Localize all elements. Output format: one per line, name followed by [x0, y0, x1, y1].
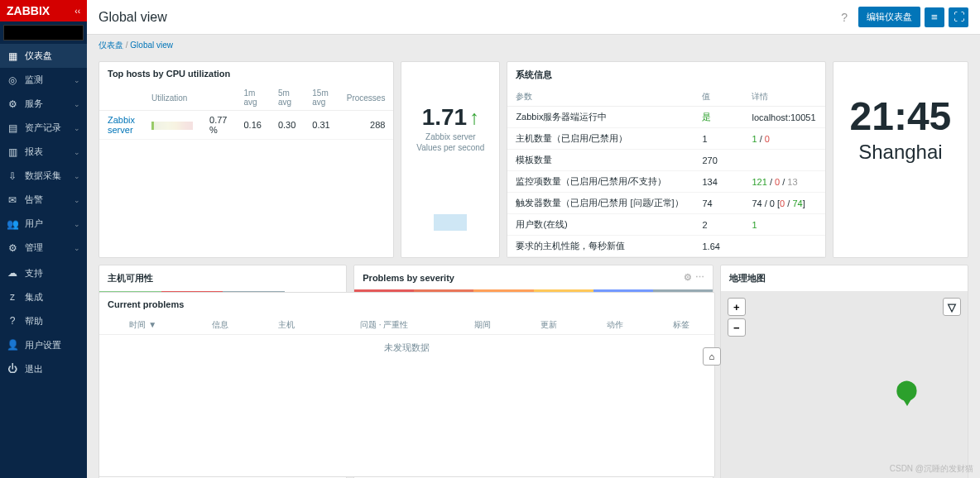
edit-dashboard-button[interactable]: 编辑仪表盘: [858, 7, 920, 27]
table-row: Zabbix server0.77 %0.160.300.31288: [99, 111, 393, 140]
col-header[interactable]: 信息: [187, 316, 253, 335]
nav-管理[interactable]: ⚙管理⌄: [0, 236, 87, 260]
availability-title: 主机可用性: [99, 265, 346, 291]
chevron-down-icon: ⌄: [74, 220, 80, 228]
gear-icon[interactable]: ⚙: [684, 272, 692, 283]
chevron-down-icon: ⌄: [74, 148, 80, 156]
nav-icon: ☁: [7, 267, 18, 279]
nav-集成[interactable]: z集成: [0, 285, 87, 309]
breadcrumb: 仪表盘 / Global view: [87, 35, 980, 56]
nav-支持[interactable]: ☁支持: [0, 261, 87, 285]
watermark: CSDN @沉睡的发财猫: [890, 463, 973, 475]
chevron-down-icon: ⌄: [74, 124, 80, 132]
vps-sub2: Values per second: [416, 143, 484, 152]
nav-icon: ?: [7, 315, 18, 327]
fullscreen-icon[interactable]: ⛶: [949, 7, 968, 27]
crumb-dashboards[interactable]: 仪表盘: [98, 41, 123, 50]
host-link[interactable]: Zabbix server: [108, 115, 135, 135]
nav-帮助[interactable]: ?帮助: [0, 309, 87, 333]
chevron-down-icon: ⌄: [74, 100, 80, 108]
top-hosts-card: Top hosts by CPU utilization Utilization…: [98, 61, 394, 258]
nav-报表[interactable]: ▥报表⌄: [0, 140, 87, 164]
main: Global view ? 编辑仪表盘 ≡ ⛶ 仪表盘 / Global vie…: [87, 0, 980, 478]
col-header[interactable]: 主机: [253, 316, 319, 335]
nav-icon: ▤: [7, 122, 18, 134]
table-row: 监控项数量（已启用/已禁用/不支持）134121 / 0 / 13: [507, 171, 824, 193]
vps-sub1: Zabbix server: [425, 132, 476, 141]
nav-退出[interactable]: ⏻退出: [0, 357, 87, 381]
collapse-icon[interactable]: ‹‹: [74, 7, 80, 16]
search-input[interactable]: [3, 25, 84, 41]
table-row: 触发器数量（已启用/已禁用 [问题/正常]）7474 / 0 [0 / 74]: [507, 193, 824, 214]
help-icon[interactable]: ?: [841, 11, 848, 24]
nav-icon: 👤: [7, 339, 18, 351]
clock-card: 21:45 Shanghai: [833, 61, 968, 258]
top-hosts-table: Utilization1m avg5m avg15m avgProcesses …: [99, 85, 393, 140]
problems-table: 时间 ▼信息主机问题 · 严重性期间更新动作标签: [99, 316, 714, 335]
nav-告警[interactable]: ✉告警⌄: [0, 188, 87, 212]
filter-icon[interactable]: ▽: [943, 298, 961, 316]
nav-数据采集[interactable]: ⇩数据采集⌄: [0, 164, 87, 188]
nav-icon: ▥: [7, 146, 18, 158]
vps-card: 1.71 ↑ Zabbix server Values per second: [401, 61, 500, 258]
logo-text: ZABBIX: [7, 4, 50, 17]
nav-icon: ⚙: [7, 98, 18, 110]
nav-服务[interactable]: ⚙服务⌄: [0, 92, 87, 116]
sysinfo-card: 系统信息 参数值详情 Zabbix服务器端运行中是localhost:10051…: [507, 61, 825, 258]
util-bar: [151, 122, 193, 130]
list-icon[interactable]: ≡: [925, 7, 944, 27]
chevron-down-icon: ⌄: [74, 76, 80, 84]
nav-icon: z: [7, 291, 18, 303]
sidebar: ZABBIX ‹‹ ▦仪表盘◎监测⌄⚙服务⌄▤资产记录⌄▥报表⌄⇩数据采集⌄✉告…: [0, 0, 87, 478]
col-header[interactable]: 标签: [648, 316, 714, 335]
nav-用户设置[interactable]: 👤用户设置: [0, 333, 87, 357]
clock-time: 21:45: [850, 93, 952, 139]
search-box: [0, 22, 87, 44]
map[interactable]: + − ⌂ ▽ ⬤ Leaflet | © OpenStreetMap cont…: [721, 291, 968, 478]
problems-title: Current problems: [99, 293, 714, 316]
nav-icon: ⇩: [7, 170, 18, 182]
chevron-down-icon: ⌄: [74, 172, 80, 180]
chevron-down-icon: ⌄: [74, 244, 80, 252]
spark-chart: [434, 198, 467, 231]
nav-icon: ✉: [7, 194, 18, 206]
map-pin-icon[interactable]: ⬤: [896, 378, 918, 406]
sysinfo-title: 系统信息: [507, 62, 824, 88]
geomap-card: 地理地图 + − ⌂ ▽ ⬤ Leaflet | © OpenStreetMap…: [720, 265, 968, 478]
nav-用户[interactable]: 👥用户⌄: [0, 212, 87, 236]
sysinfo-table: 参数值详情 Zabbix服务器端运行中是localhost:10051主机数量（…: [507, 88, 824, 257]
table-row: 模板数量270: [507, 150, 824, 171]
table-row: 主机数量（已启用/已禁用）11 / 0: [507, 128, 824, 150]
zoom-in-button[interactable]: +: [728, 298, 746, 316]
table-row: 要求的主机性能，每秒新值1.64: [507, 236, 824, 257]
crumb-current[interactable]: Global view: [130, 41, 173, 50]
zoom-out-button[interactable]: −: [728, 318, 746, 337]
nav-仪表盘[interactable]: ▦仪表盘: [0, 44, 87, 68]
severity-title: Problems by severity ⚙ ⋯: [354, 265, 712, 289]
chevron-down-icon: ⌄: [74, 196, 80, 204]
home-icon[interactable]: ⌂: [703, 347, 721, 366]
vps-value: 1.71: [422, 104, 468, 131]
no-data-text: 未发现数据: [99, 335, 714, 361]
col-header[interactable]: 问题 · 严重性: [319, 316, 449, 335]
top-hosts-title: Top hosts by CPU utilization: [99, 62, 393, 85]
header: Global view ? 编辑仪表盘 ≡ ⛶: [87, 0, 980, 35]
nav-icon: ⏻: [7, 363, 18, 375]
col-header[interactable]: 时间 ▼: [99, 316, 187, 335]
col-header[interactable]: 更新: [516, 316, 582, 335]
table-row: Zabbix服务器端运行中是localhost:10051: [507, 107, 824, 128]
nav-icon: ◎: [7, 74, 18, 86]
table-row: 用户数(在线)21: [507, 214, 824, 236]
logo[interactable]: ZABBIX ‹‹: [0, 0, 87, 22]
page-title: Global view: [98, 10, 167, 25]
problems-card: Current problems 时间 ▼信息主机问题 · 严重性期间更新动作标…: [98, 292, 715, 477]
nav-icon: ▦: [7, 50, 18, 62]
nav-icon: 👥: [7, 218, 18, 230]
col-header[interactable]: 动作: [582, 316, 648, 335]
nav-资产记录[interactable]: ▤资产记录⌄: [0, 116, 87, 140]
up-arrow-icon: ↑: [469, 106, 479, 129]
nav-监测[interactable]: ◎监测⌄: [0, 68, 87, 92]
menu-icon[interactable]: ⋯: [695, 272, 704, 283]
clock-city: Shanghai: [858, 141, 942, 164]
col-header[interactable]: 期间: [449, 316, 516, 335]
